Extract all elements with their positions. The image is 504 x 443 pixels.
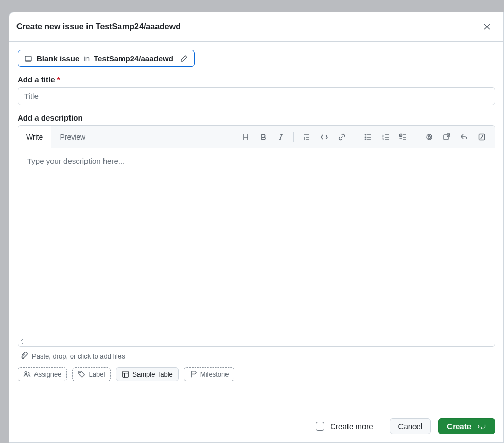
attach-files-row[interactable]: Paste, drop, or click to add files [18,347,495,367]
required-asterisk: * [57,75,60,84]
attach-hint: Paste, drop, or click to add files [32,352,125,360]
toolbar-separator [355,132,355,142]
code-button[interactable] [317,129,332,145]
milestone-icon [189,370,197,378]
editor-tabbar: Write Preview 123 [18,126,495,148]
create-button[interactable]: Create [438,418,495,434]
svg-rect-13 [123,371,128,377]
slash-commands-button[interactable] [474,129,490,145]
italic-button[interactable] [273,129,288,145]
create-button-label: Create [447,422,471,431]
dialog-body: Blank issue in TestSamp24/aaadewd Add a … [9,42,503,410]
svg-point-12 [80,372,81,373]
paperclip-icon [20,352,28,360]
resize-handle-icon[interactable] [18,339,495,346]
reply-button[interactable] [457,129,472,145]
quote-button[interactable] [299,129,315,145]
svg-point-11 [25,372,27,374]
close-button[interactable] [480,20,494,34]
reply-icon [460,133,468,141]
description-editor: Write Preview 123 [18,125,495,347]
bold-button[interactable] [255,129,271,145]
title-label: Add a title * [18,75,495,84]
unordered-list-button[interactable] [360,129,376,145]
dialog-header: Create new issue in TestSamp24/aaadewd [9,12,503,42]
svg-point-2 [365,137,366,137]
assignee-chip[interactable]: Assignee [18,367,67,381]
link-icon [338,133,346,141]
cancel-button[interactable]: Cancel [390,418,431,434]
slash-icon [478,133,486,141]
create-more-checkbox[interactable] [316,422,324,431]
heading-icon [241,133,250,141]
tab-preview[interactable]: Preview [51,126,94,148]
close-icon [483,23,491,31]
sample-table-chip[interactable]: Sample Table [116,367,179,381]
svg-text:3: 3 [382,138,384,141]
description-textarea[interactable] [18,148,495,339]
heading-button[interactable] [238,129,253,145]
quote-icon [303,133,311,141]
template-repo: TestSamp24/aaadewd [94,54,173,63]
tag-icon [78,370,85,378]
dialog-title: Create new issue in TestSamp24/aaadewd [16,22,181,31]
metadata-row: Assignee Label Sample Table Milestone [18,367,495,385]
tab-write[interactable]: Write [18,126,51,148]
create-more-label: Create more [330,422,373,431]
create-issue-dialog: Create new issue in TestSamp24/aaadewd B… [9,12,504,443]
ordered-list-icon: 123 [381,133,390,141]
keyboard-shortcut-icon [476,423,486,430]
bold-icon [259,133,267,141]
dialog-footer: Create more Cancel Create [9,410,503,442]
svg-point-1 [365,134,366,135]
repo-icon [24,55,32,63]
unordered-list-icon [364,133,372,141]
table-icon [121,370,129,378]
create-more-row[interactable]: Create more [314,420,373,432]
template-name: Blank issue [37,54,79,63]
milestone-chip[interactable]: Milestone [184,367,235,381]
ordered-list-button[interactable]: 123 [378,129,393,145]
task-list-icon [399,133,407,141]
title-input[interactable] [18,87,495,105]
description-label: Add a description [18,113,495,122]
template-chip[interactable]: Blank issue in TestSamp24/aaadewd [18,50,195,67]
editor-toolbar: 123 [238,129,495,145]
cross-reference-icon [443,133,451,141]
cross-reference-button[interactable] [439,129,455,145]
toolbar-separator [416,132,416,142]
people-icon [23,370,31,378]
template-in-word: in [83,54,90,63]
link-button[interactable] [334,129,350,145]
label-chip[interactable]: Label [72,367,111,381]
task-list-button[interactable] [395,129,411,145]
toolbar-separator [293,132,294,142]
svg-point-3 [365,139,366,139]
pencil-icon [180,55,188,63]
italic-icon [276,133,285,141]
mention-icon [425,133,433,141]
mention-button[interactable] [422,129,437,145]
code-icon [320,133,328,141]
